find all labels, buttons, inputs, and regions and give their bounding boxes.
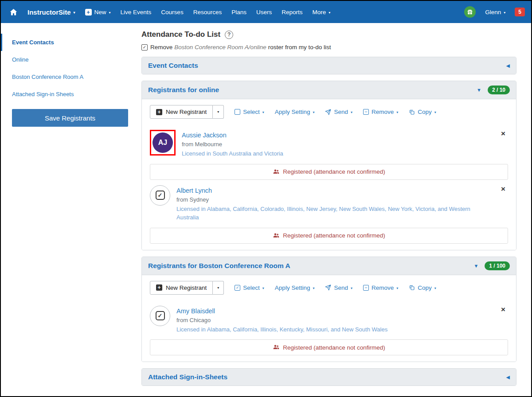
- panel-header-registrants-online[interactable]: Registrants for online ▼ 2 / 10: [142, 81, 516, 99]
- chevron-down-icon: ▾: [396, 286, 398, 290]
- new-registrant-button-group: + New Registrant ▾: [150, 281, 224, 295]
- person-icon: [273, 232, 280, 239]
- checked-checkbox-icon: ✓: [156, 311, 165, 320]
- sidebar-item-boston-conference-room-a[interactable]: Boston Conference Room A: [1, 68, 134, 86]
- panel-event-contacts: Event Contacts ◀: [141, 57, 516, 74]
- navbar-right: Glenn ▾ 5: [464, 5, 525, 19]
- panel-header-registrants-boston[interactable]: Registrants for Boston Conference Room A…: [142, 257, 516, 275]
- registrant-card-albert-lynch: ✓ Albert Lynch from Sydney Licensed in A…: [150, 180, 508, 244]
- checked-checkbox-icon: ✓: [156, 191, 165, 200]
- send-dropdown[interactable]: Send ▾: [325, 284, 352, 291]
- send-dropdown[interactable]: Send ▾: [325, 109, 352, 115]
- registrant-name-link[interactable]: Amy Blaisdell: [176, 307, 215, 315]
- registrant-licensed[interactable]: Licensed in South Australia and Victoria: [182, 149, 492, 158]
- sidebar: Event Contacts Online Boston Conference …: [1, 23, 134, 396]
- registrant-name-link[interactable]: Albert Lynch: [176, 187, 212, 194]
- user-menu[interactable]: Glenn ▾: [480, 5, 510, 19]
- person-icon: [273, 344, 280, 351]
- registrant-count-badge: 2 / 10: [488, 86, 510, 94]
- chevron-down-icon: ▾: [329, 11, 330, 15]
- nav-plans[interactable]: Plans: [227, 5, 251, 19]
- copy-dropdown[interactable]: Copy ▾: [409, 284, 436, 291]
- help-icon[interactable]: ?: [225, 31, 233, 39]
- chevron-down-icon: ▾: [434, 110, 436, 114]
- chevron-down-icon: ▾: [109, 11, 111, 15]
- registrant-card-amy-blaisdell: ✓ Amy Blaisdell from Chicago Licensed in…: [150, 300, 508, 356]
- nav-live-events[interactable]: Live Events: [116, 5, 156, 19]
- nav-resources[interactable]: Resources: [188, 5, 227, 19]
- checked-checkbox-icon: ✓: [235, 285, 240, 291]
- apply-setting-dropdown[interactable]: Apply Setting ▾: [275, 109, 315, 115]
- panel-title: Registrants for Boston Conference Room A: [148, 262, 290, 270]
- page-title: Attendance To-do List: [141, 30, 220, 39]
- panel-header-attached-sign-in-sheets[interactable]: Attached Sign-in-Sheets ◀: [142, 369, 516, 385]
- new-registrant-button[interactable]: + New Registrant: [150, 105, 213, 119]
- collapse-toggle-icon[interactable]: ▼: [473, 263, 478, 269]
- registrant-from: from Melbourne: [182, 141, 492, 148]
- registrant-from: from Sydney: [176, 196, 492, 203]
- panel-title: Event Contacts: [148, 62, 198, 70]
- new-registrant-dropdown-button[interactable]: ▾: [213, 281, 224, 295]
- select-dropdown[interactable]: ✓ Select ▾: [235, 284, 264, 291]
- chevron-down-icon: ▾: [434, 286, 436, 290]
- registrant-count-badge: 1 / 100: [485, 261, 510, 270]
- new-menu[interactable]: + New ▾: [80, 5, 116, 19]
- registrant-licensed[interactable]: Licensed in Alabama, California, Colorad…: [176, 205, 491, 222]
- nav-courses[interactable]: Courses: [156, 5, 188, 19]
- status-text: Registered (attendance not confirmed): [283, 232, 385, 239]
- checked-checkbox-icon[interactable]: ✓: [141, 44, 148, 51]
- gift-icon[interactable]: [464, 6, 476, 18]
- notification-badge[interactable]: 5: [515, 8, 525, 16]
- home-icon[interactable]: [7, 5, 23, 19]
- registrants-toolbar: + New Registrant ▾ ✓ Select ▾ Apply Sett…: [150, 275, 508, 300]
- collapse-toggle-icon[interactable]: ▼: [477, 87, 481, 93]
- close-icon[interactable]: ×: [498, 130, 508, 137]
- remove-dropdown[interactable]: − Remove ▾: [363, 109, 398, 115]
- main-content: Attendance To-do List ? ✓ RemoveBoston C…: [134, 23, 531, 396]
- collapse-toggle-icon[interactable]: ◀: [506, 63, 510, 69]
- sidebar-item-event-contacts[interactable]: Event Contacts: [1, 34, 134, 51]
- minus-icon: −: [363, 109, 369, 115]
- registrant-name-link[interactable]: Aussie Jackson: [182, 132, 227, 139]
- nav-reports[interactable]: Reports: [277, 5, 307, 19]
- avatar[interactable]: AJ: [153, 132, 173, 153]
- avatar-select-checkbox[interactable]: ✓: [150, 185, 170, 206]
- chevron-down-icon: ▾: [313, 110, 314, 114]
- remove-dropdown[interactable]: − Remove ▾: [363, 284, 398, 291]
- copy-icon: [409, 109, 415, 115]
- registration-status: Registered (attendance not confirmed): [150, 164, 508, 180]
- avatar-select-checkbox[interactable]: ✓: [150, 306, 170, 326]
- status-text: Registered (attendance not confirmed): [283, 344, 385, 351]
- plus-icon: +: [156, 284, 162, 291]
- copy-icon: [409, 284, 415, 291]
- send-icon: [325, 109, 331, 115]
- chevron-down-icon: ▾: [313, 286, 314, 290]
- new-registrant-dropdown-button[interactable]: ▾: [213, 105, 224, 119]
- chevron-down-icon: ▾: [396, 110, 398, 114]
- minus-icon: −: [363, 285, 369, 291]
- red-annotation-box: AJ: [150, 130, 176, 156]
- brand-menu[interactable]: InstructorSite ▾: [23, 5, 80, 19]
- select-dropdown[interactable]: Select ▾: [235, 109, 264, 115]
- collapse-toggle-icon[interactable]: ◀: [506, 374, 510, 380]
- registrant-licensed[interactable]: Licensed in Alabama, California, Illinoi…: [176, 325, 491, 334]
- todo-event-name: Boston Conference Room A/online: [174, 44, 266, 51]
- panel-title: Registrants for online: [148, 86, 219, 94]
- panel-header-event-contacts[interactable]: Event Contacts ◀: [142, 57, 516, 74]
- sidebar-item-online[interactable]: Online: [1, 51, 134, 68]
- nav-users[interactable]: Users: [251, 5, 277, 19]
- more-menu[interactable]: More ▾: [308, 5, 336, 19]
- close-icon[interactable]: ×: [498, 306, 508, 313]
- panel-attached-sign-in-sheets: Attached Sign-in-Sheets ◀: [141, 368, 516, 386]
- apply-setting-dropdown[interactable]: Apply Setting ▾: [275, 284, 315, 291]
- new-registrant-button[interactable]: + New Registrant: [150, 281, 213, 295]
- chevron-down-icon: ▾: [504, 11, 505, 15]
- close-icon[interactable]: ×: [498, 185, 508, 193]
- copy-dropdown[interactable]: Copy ▾: [409, 109, 436, 115]
- person-icon: [273, 168, 280, 175]
- registration-status: Registered (attendance not confirmed): [150, 228, 508, 244]
- chevron-down-icon: ▾: [351, 110, 352, 114]
- sidebar-item-attached-sign-in-sheets[interactable]: Attached Sign-in Sheets: [1, 86, 134, 103]
- save-registrants-button[interactable]: Save Registrants: [12, 109, 128, 127]
- registration-status: Registered (attendance not confirmed): [150, 339, 508, 355]
